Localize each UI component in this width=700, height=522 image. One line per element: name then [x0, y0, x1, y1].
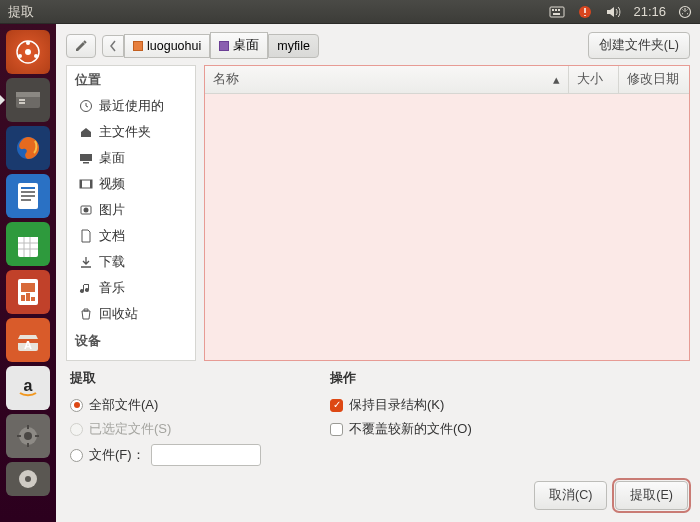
session-indicator-icon[interactable]: [678, 5, 692, 19]
cancel-button[interactable]: 取消(C): [534, 481, 607, 510]
launcher-media-icon[interactable]: [6, 462, 50, 496]
path-seg-2-label: myfile: [277, 39, 310, 53]
place-documents[interactable]: 文档: [67, 223, 195, 249]
svg-point-43: [25, 476, 31, 482]
sound-indicator-icon[interactable]: [605, 5, 621, 19]
place-pictures[interactable]: 图片: [67, 197, 195, 223]
launcher-calc-icon[interactable]: [6, 222, 50, 266]
path-prev-button[interactable]: [102, 35, 124, 57]
listing-empty-area[interactable]: [205, 94, 689, 360]
svg-rect-14: [19, 99, 25, 101]
svg-rect-3: [558, 9, 560, 11]
svg-point-37: [24, 432, 32, 440]
place-music[interactable]: 音乐: [67, 275, 195, 301]
devices-header: 设备: [67, 327, 195, 354]
place-downloads[interactable]: 下载: [67, 249, 195, 275]
sort-asc-icon: ▴: [553, 72, 560, 87]
col-size[interactable]: 大小: [569, 66, 619, 93]
svg-point-9: [26, 41, 30, 45]
svg-rect-4: [553, 13, 560, 15]
options-area: 提取 全部文件(A) 已选定文件(S) 文件(F)： 操作 保持目录结构(K) …: [56, 361, 700, 473]
col-date[interactable]: 修改日期: [619, 66, 689, 93]
svg-rect-29: [21, 283, 35, 292]
path-seg-1-label: 桌面: [233, 37, 259, 54]
launcher-firefox-icon[interactable]: [6, 126, 50, 170]
device-vmware[interactable]: VMwar…: [67, 354, 195, 361]
launcher-software-icon[interactable]: A: [6, 318, 50, 362]
clock-text[interactable]: 21:16: [633, 4, 666, 19]
svg-rect-2: [555, 9, 557, 11]
svg-rect-48: [80, 180, 82, 188]
path-seg-1[interactable]: 桌面: [210, 32, 268, 59]
toolbar: luoguohui 桌面 myfile 创建文件夹(L): [56, 24, 700, 65]
path-bar: luoguohui 桌面 myfile: [102, 32, 319, 59]
window-title: 提取: [8, 3, 34, 21]
unity-launcher: A a: [0, 24, 56, 522]
dialog-actions: 取消(C) 提取(E): [56, 473, 700, 522]
svg-rect-21: [21, 199, 31, 201]
launcher-settings-icon[interactable]: [6, 414, 50, 458]
place-home[interactable]: 主文件夹: [67, 119, 195, 145]
opt-selected-files: 已选定文件(S): [70, 417, 300, 441]
path-seg-0-label: luoguohui: [147, 39, 201, 53]
svg-point-10: [34, 54, 38, 58]
launcher-amazon-icon[interactable]: a: [6, 366, 50, 410]
svg-rect-18: [21, 187, 35, 189]
svg-rect-23: [18, 231, 38, 237]
checkbox-icon: [330, 399, 343, 412]
svg-text:A: A: [24, 339, 32, 351]
launcher-impress-icon[interactable]: [6, 270, 50, 314]
svg-rect-32: [31, 297, 35, 301]
launcher-files-icon[interactable]: [6, 78, 50, 122]
radio-icon: [70, 399, 83, 412]
svg-rect-13: [16, 92, 40, 97]
svg-point-11: [18, 54, 22, 58]
keyboard-indicator-icon[interactable]: [549, 5, 565, 19]
place-trash[interactable]: 回收站: [67, 301, 195, 327]
svg-rect-30: [21, 295, 25, 301]
action-header: 操作: [330, 369, 472, 387]
launcher-writer-icon[interactable]: [6, 174, 50, 218]
opt-no-overwrite[interactable]: 不覆盖较新的文件(O): [330, 417, 472, 441]
places-header: 位置: [67, 66, 195, 93]
place-videos[interactable]: 视频: [67, 171, 195, 197]
svg-rect-20: [21, 195, 35, 197]
svg-point-8: [25, 49, 31, 55]
svg-point-51: [84, 208, 89, 213]
checkbox-icon: [330, 423, 343, 436]
svg-rect-19: [21, 191, 35, 193]
extract-button[interactable]: 提取(E): [615, 481, 688, 510]
file-pattern-input[interactable]: [151, 444, 261, 466]
listing-columns: 名称▴ 大小 修改日期: [205, 66, 689, 94]
launcher-dash-icon[interactable]: [6, 30, 50, 74]
opt-all-files[interactable]: 全部文件(A): [70, 393, 300, 417]
svg-rect-15: [19, 102, 25, 104]
opt-keep-structure[interactable]: 保持目录结构(K): [330, 393, 472, 417]
radio-icon: [70, 423, 83, 436]
opt-file-pattern[interactable]: 文件(F)：: [70, 441, 300, 469]
places-sidebar: 位置 最近使用的 主文件夹 桌面 视频 图片 文档 下载 音乐 回收站 设备 V…: [66, 65, 196, 361]
top-menubar: 提取 21:16: [0, 0, 700, 24]
extract-dialog: luoguohui 桌面 myfile 创建文件夹(L) 位置 最近使用的 主文…: [56, 24, 700, 522]
edit-path-button[interactable]: [66, 34, 96, 58]
path-seg-2[interactable]: myfile: [268, 34, 319, 58]
create-folder-button[interactable]: 创建文件夹(L): [588, 32, 690, 59]
file-listing[interactable]: 名称▴ 大小 修改日期: [204, 65, 690, 361]
update-indicator-icon[interactable]: [577, 4, 593, 20]
svg-text:a: a: [24, 377, 33, 394]
place-recent[interactable]: 最近使用的: [67, 93, 195, 119]
svg-rect-1: [552, 9, 554, 11]
col-name[interactable]: 名称▴: [205, 66, 569, 93]
svg-rect-31: [26, 293, 30, 301]
svg-rect-49: [90, 180, 92, 188]
radio-icon: [70, 449, 83, 462]
svg-rect-45: [80, 154, 92, 161]
svg-rect-46: [83, 162, 89, 164]
place-desktop[interactable]: 桌面: [67, 145, 195, 171]
path-seg-0[interactable]: luoguohui: [124, 34, 210, 58]
extract-header: 提取: [70, 369, 300, 387]
svg-rect-0: [550, 7, 564, 17]
